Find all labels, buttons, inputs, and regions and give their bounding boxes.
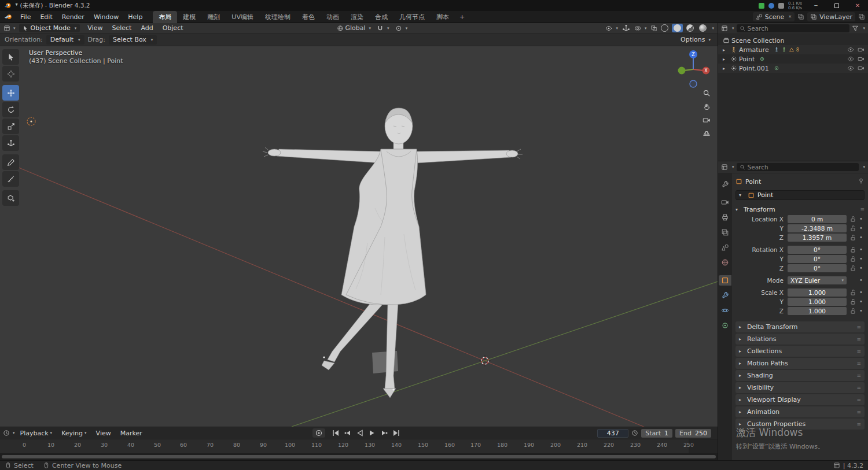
animate-dot[interactable]: • bbox=[858, 216, 864, 222]
panel-delta-transform[interactable]: ▸ Delta Transform ≡ bbox=[735, 321, 865, 332]
hide-eye-icon[interactable] bbox=[847, 65, 854, 72]
lock-icon[interactable] bbox=[849, 298, 856, 305]
disable-render-camera-icon[interactable] bbox=[858, 55, 865, 62]
tool-transform-button[interactable] bbox=[2, 135, 19, 151]
tab-tool[interactable] bbox=[719, 179, 731, 190]
tab-physics[interactable] bbox=[719, 305, 731, 316]
menu-edit[interactable]: Edit bbox=[35, 11, 57, 23]
lock-icon[interactable] bbox=[849, 234, 856, 241]
panel-custom-properties[interactable]: ▸ Custom Properties ≡ bbox=[735, 419, 865, 430]
expand-icon[interactable]: ▾ bbox=[739, 193, 745, 198]
menu-file[interactable]: File bbox=[16, 11, 35, 23]
filter-funnel-icon[interactable] bbox=[852, 25, 859, 32]
new-view-layer-icon[interactable] bbox=[858, 13, 865, 20]
tab-world[interactable] bbox=[719, 257, 731, 268]
disable-render-camera-icon[interactable] bbox=[858, 65, 865, 72]
timeline-editor-type-icon[interactable] bbox=[3, 430, 10, 436]
lock-icon[interactable] bbox=[849, 246, 856, 253]
jump-to-end-button[interactable] bbox=[391, 428, 402, 438]
rotation-z-field[interactable]: 0° bbox=[788, 264, 847, 272]
orientation-setting-dropdown[interactable]: Default▾ bbox=[46, 35, 84, 45]
snapping-dropdown[interactable]: ▾ bbox=[374, 25, 392, 32]
tool-cursor-button[interactable] bbox=[2, 66, 19, 82]
animate-dot[interactable]: • bbox=[858, 289, 864, 295]
transform-panel-header[interactable]: ▾ Transform ≡ bbox=[735, 204, 865, 214]
viewport-menu-select[interactable]: Select bbox=[108, 24, 135, 32]
shading-wireframe-button[interactable] bbox=[659, 24, 670, 32]
breadcrumb-object-name[interactable]: Point bbox=[745, 178, 761, 186]
chevron-down-icon[interactable]: ▾ bbox=[863, 26, 865, 31]
timeline-menu-marker[interactable]: Marker bbox=[116, 430, 146, 437]
shading-material-button[interactable] bbox=[685, 24, 696, 32]
chevron-down-icon[interactable]: ▾ bbox=[13, 431, 15, 435]
visibility-dropdown[interactable]: ▾ bbox=[603, 25, 620, 32]
timeline-menu-playback[interactable]: Playback▾ bbox=[16, 430, 57, 437]
menu-render[interactable]: Render bbox=[57, 11, 89, 23]
tool-measure-button[interactable] bbox=[2, 171, 19, 187]
chevron-down-icon[interactable]: ▾ bbox=[732, 26, 734, 31]
previous-keyframe-button[interactable] bbox=[342, 428, 353, 438]
viewport-canvas[interactable]: User Perspective (437) Scene Collection … bbox=[0, 46, 718, 427]
maximize-button[interactable] bbox=[826, 0, 847, 11]
shading-solid-button[interactable] bbox=[672, 24, 683, 32]
zoom-button[interactable] bbox=[700, 87, 713, 99]
tool-annotate-button[interactable] bbox=[2, 154, 19, 170]
workspace-tab-texture-paint[interactable]: 纹理绘制 bbox=[259, 11, 296, 23]
panel-viewport-display[interactable]: ▸ Viewport Display ≡ bbox=[735, 394, 865, 405]
rotation-y-field[interactable]: 0° bbox=[788, 255, 847, 263]
lock-icon[interactable] bbox=[849, 216, 856, 223]
animate-dot[interactable]: • bbox=[858, 265, 864, 271]
location-x-field[interactable]: 0 m bbox=[788, 215, 847, 223]
outliner-row-scene-collection[interactable]: Scene Collection bbox=[718, 36, 868, 45]
transform-orientation-dropdown[interactable]: Global ▾ bbox=[334, 24, 374, 32]
disable-render-camera-icon[interactable] bbox=[858, 46, 865, 53]
drag-setting-dropdown[interactable]: Select Box▾ bbox=[109, 35, 157, 45]
tool-scale-button[interactable] bbox=[2, 119, 19, 134]
new-scene-icon[interactable] bbox=[797, 13, 804, 20]
tool-rotate-button[interactable] bbox=[2, 102, 19, 117]
auto-keying-button[interactable] bbox=[312, 428, 325, 438]
tool-tweak-select-button[interactable] bbox=[2, 49, 19, 65]
hide-eye-icon[interactable] bbox=[847, 55, 854, 62]
tool-add-cube-button[interactable] bbox=[2, 190, 19, 206]
panel-shading[interactable]: ▸ Shading ≡ bbox=[735, 370, 865, 381]
chevron-down-icon[interactable]: ▾ bbox=[732, 165, 734, 169]
pin-icon[interactable] bbox=[858, 177, 865, 184]
jump-to-start-button[interactable] bbox=[330, 428, 341, 438]
play-reverse-button[interactable] bbox=[354, 428, 365, 438]
workspace-tab-geometry-nodes[interactable]: 几何节点 bbox=[393, 11, 431, 23]
shading-rendered-button[interactable] bbox=[697, 24, 708, 32]
timeline-ruler[interactable]: 0 10 20 30 40 50 60 70 80 90 100 110 120… bbox=[0, 439, 718, 454]
panel-relations[interactable]: ▸ Relations ≡ bbox=[735, 334, 865, 345]
workspace-tab-compositing[interactable]: 合成 bbox=[369, 11, 393, 23]
start-frame-field[interactable]: Start1 bbox=[641, 429, 672, 438]
workspace-tab-animation[interactable]: 动画 bbox=[321, 11, 345, 23]
mode-dropdown[interactable]: Object Mode ▾ bbox=[19, 24, 80, 32]
tab-modifiers[interactable] bbox=[719, 290, 731, 301]
object-name-field[interactable]: ▾ Point bbox=[735, 190, 865, 200]
workspace-tab-sculpting[interactable]: 雕刻 bbox=[201, 11, 226, 23]
workspace-tab-modeling[interactable]: 建模 bbox=[177, 11, 201, 23]
scale-z-field[interactable]: 1.000 bbox=[788, 307, 847, 315]
chevron-down-icon[interactable]: ▾ bbox=[863, 165, 865, 169]
lock-icon[interactable] bbox=[849, 289, 856, 296]
tray-icon-green[interactable] bbox=[759, 3, 764, 9]
gizmo-negative-z-axis[interactable] bbox=[690, 80, 697, 87]
tool-move-button[interactable] bbox=[2, 85, 19, 101]
rotation-x-field[interactable]: 0° bbox=[788, 246, 847, 254]
options-dropdown[interactable]: Options▾ bbox=[681, 36, 713, 43]
camera-view-button[interactable] bbox=[700, 114, 713, 127]
view-layer-selector[interactable]: ViewLayer bbox=[807, 12, 855, 21]
next-keyframe-button[interactable] bbox=[378, 428, 389, 438]
panel-collections[interactable]: ▸ Collections ≡ bbox=[735, 346, 865, 357]
workspace-tab-layout[interactable]: 布局 bbox=[153, 11, 177, 23]
workspace-tab-uv-editing[interactable]: UV编辑 bbox=[226, 11, 259, 23]
properties-search-box[interactable] bbox=[737, 163, 859, 171]
blender-menu-icon[interactable] bbox=[4, 13, 13, 20]
show-gizmo-toggle[interactable] bbox=[622, 24, 630, 32]
hide-eye-icon[interactable] bbox=[847, 46, 854, 53]
outliner-search-box[interactable] bbox=[737, 24, 850, 32]
scene-selector[interactable]: Scene ✕ bbox=[753, 12, 795, 21]
outliner-row-point-001[interactable]: ▸ Point.001 bbox=[718, 64, 868, 73]
tab-view-layer[interactable] bbox=[719, 227, 731, 238]
